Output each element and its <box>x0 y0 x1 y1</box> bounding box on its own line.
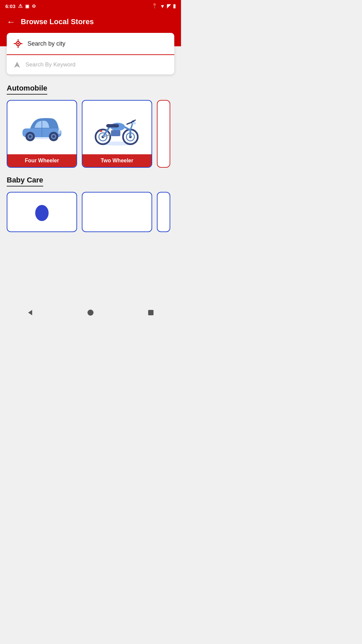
automobile-section-title: Automobile <box>7 84 47 95</box>
status-bar-right: 📍 ▼ ◤ ▮ <box>152 3 176 9</box>
svg-line-31 <box>130 130 130 137</box>
page-title: Browse Local Stores <box>21 17 94 26</box>
baby-icon-1 <box>32 200 52 224</box>
main-content: Automobile <box>0 74 181 232</box>
svg-point-39 <box>87 310 94 316</box>
nav-recents-icon <box>147 309 154 316</box>
baby-care-card-1[interactable] <box>7 192 77 232</box>
svg-point-15 <box>52 135 55 138</box>
baby-care-section: Baby Care <box>7 176 174 232</box>
two-wheeler-label: Two Wheeler <box>82 154 152 167</box>
sim-icon: ▣ <box>25 4 29 9</box>
svg-rect-34 <box>132 122 136 124</box>
signal-icon: ◤ <box>167 3 171 9</box>
four-wheeler-image <box>7 101 76 154</box>
wifi-icon: ▼ <box>160 3 165 9</box>
nav-back-icon <box>26 309 34 317</box>
blocked-icon: ⊝ <box>32 3 36 9</box>
nav-home-button[interactable] <box>84 306 97 319</box>
back-button[interactable]: ← <box>7 17 15 26</box>
arrow-cursor-icon <box>13 61 21 68</box>
svg-line-30 <box>132 120 135 121</box>
location-crosshair-icon <box>13 39 23 48</box>
search-city-text[interactable]: Search by city <box>27 40 65 47</box>
baby-care-cards-row <box>7 192 174 232</box>
two-wheeler-card[interactable]: Two Wheeler <box>82 100 152 168</box>
automobile-cards-row: Four Wheeler <box>7 100 174 168</box>
partial-card-automobile <box>157 100 170 168</box>
svg-rect-40 <box>148 310 154 315</box>
search-by-city-row[interactable]: Search by city <box>7 33 174 55</box>
svg-rect-35 <box>100 130 102 132</box>
nav-back-button[interactable] <box>23 306 37 319</box>
nav-recents-button[interactable] <box>144 306 158 319</box>
svg-rect-17 <box>58 130 61 134</box>
location-status-icon: 📍 <box>152 3 158 9</box>
svg-point-12 <box>29 135 32 138</box>
four-wheeler-card[interactable]: Four Wheeler <box>7 100 77 168</box>
svg-marker-6 <box>14 62 20 68</box>
svg-rect-28 <box>111 130 120 136</box>
baby-care-card-2[interactable] <box>82 192 152 232</box>
time: 6:03 <box>5 3 15 9</box>
battery-icon: ▮ <box>173 3 176 9</box>
motorcycle-icon <box>94 106 140 149</box>
svg-marker-38 <box>28 310 32 315</box>
svg-point-1 <box>17 43 19 45</box>
nav-home-icon <box>87 309 94 316</box>
svg-rect-18 <box>59 129 61 131</box>
four-wheeler-label: Four Wheeler <box>7 154 76 167</box>
baby-care-section-title: Baby Care <box>7 176 43 186</box>
navigation-bar <box>0 303 181 322</box>
status-bar: 6:03 ⚠ ▣ ⊝ 📍 ▼ ◤ ▮ <box>0 0 181 12</box>
status-bar-left: 6:03 ⚠ ▣ ⊝ <box>5 3 36 9</box>
two-wheeler-image <box>82 101 152 154</box>
partial-card-baby-care <box>157 192 170 232</box>
svg-point-36 <box>35 205 49 221</box>
car-icon <box>18 106 65 149</box>
warning-icon: ⚠ <box>18 3 22 9</box>
svg-rect-27 <box>106 124 119 127</box>
search-container: Search by city Search By Keyword <box>7 33 174 74</box>
search-keyword-placeholder[interactable]: Search By Keyword <box>25 61 75 68</box>
automobile-section: Automobile <box>7 84 174 168</box>
search-by-keyword-row[interactable]: Search By Keyword <box>7 55 174 74</box>
